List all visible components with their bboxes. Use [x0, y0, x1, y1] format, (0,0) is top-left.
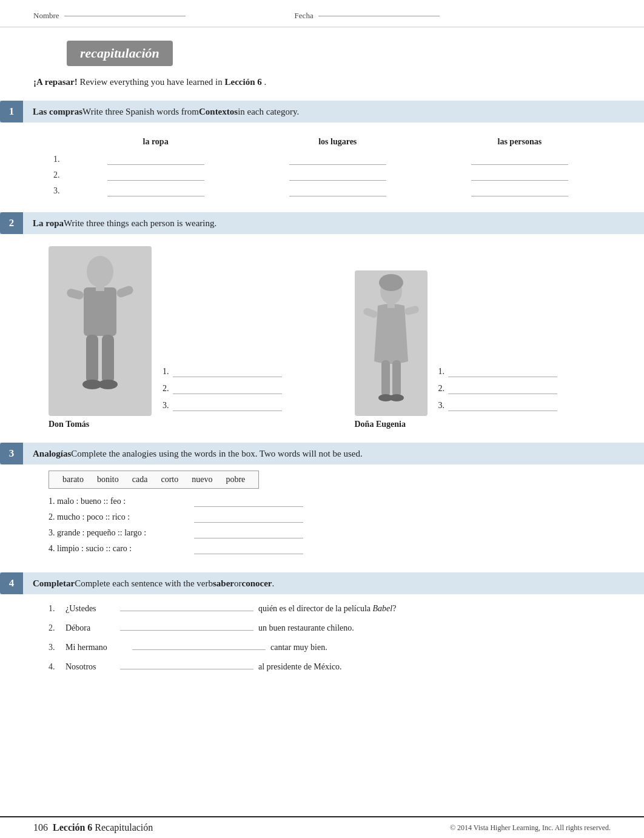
analogy-1: 1. malo : bueno :: feo : — [49, 496, 611, 507]
ex1-lugares-2[interactable] — [289, 170, 386, 181]
completar-row-3: 3. Mi hermano cantar muy bien. — [49, 639, 611, 652]
word-cada: cada — [132, 475, 148, 484]
section-1-body: la ropa los lugares las personas 1. 2. — [0, 122, 644, 205]
section-4-title: Completar Complete each sentence with th… — [23, 572, 644, 594]
dona-eugenia-num-3: 3. — [438, 401, 445, 411]
ex1-lugares-3[interactable] — [289, 186, 386, 196]
completar-rest-1: quién es el director de la película Babe… — [258, 604, 396, 614]
ex1-lugares-1[interactable] — [289, 154, 386, 165]
don-tomas-svg — [49, 246, 152, 416]
footer-left: 106 Lección 6 Recapitulación — [33, 822, 153, 833]
completar-subject-3: Mi hermano — [65, 643, 132, 652]
dona-eugenia-input-3[interactable] — [448, 400, 557, 411]
ex1-ropa-3[interactable] — [107, 186, 204, 196]
footer-course: Lección 6 — [53, 822, 92, 833]
section-3-title-bold: Analogías — [33, 449, 71, 459]
don-tomas-num-3: 3. — [163, 401, 169, 411]
analogy-3: 3. grande : pequeño :: largo : — [49, 528, 611, 538]
don-tomas-input-3[interactable] — [173, 400, 282, 411]
analogy-4-input[interactable] — [194, 543, 303, 554]
section-3-body: barato bonito cada corto nuevo pobre 1. … — [0, 464, 644, 565]
analogy-4: 4. limpio : sucio :: caro : — [49, 543, 611, 554]
ex1-personas-1[interactable] — [471, 154, 568, 165]
analogy-3-input[interactable] — [194, 528, 303, 538]
dona-eugenia-input-2[interactable] — [448, 383, 557, 394]
don-tomas-line-3: 3. — [163, 400, 282, 411]
intro: ¡A repasar! Review everything you have l… — [0, 77, 644, 93]
section-2-title-rest: Write three things each person is wearin… — [64, 218, 216, 229]
analogy-2-label: 2. mucho : poco :: rico : — [49, 512, 194, 522]
section-1: 1 Las compras Write three Spanish words … — [0, 101, 644, 205]
table-row: 1. — [49, 152, 611, 167]
completar-input-3[interactable] — [132, 639, 266, 650]
table-row: 3. — [49, 183, 611, 199]
ex1-ropa-2[interactable] — [107, 170, 204, 181]
section-1-title-bold2: Contextos — [199, 107, 238, 117]
section-4-header: 4 Completar Complete each sentence with … — [0, 572, 644, 594]
word-box: barato bonito cada corto nuevo pobre — [49, 471, 259, 489]
intro-text: Review everything you have learned in — [79, 77, 224, 87]
ex1-personas-2[interactable] — [471, 170, 568, 181]
don-tomas-input-1[interactable] — [173, 366, 282, 377]
section-2-number: 2 — [0, 212, 23, 234]
completar-row-4: 4. Nosotros al presidente de México. — [49, 659, 611, 672]
title-banner: recapitulación — [67, 41, 173, 66]
figure-dona-eugenia: 1. 2. 3. — [355, 270, 558, 429]
ex1-personas-3[interactable] — [471, 186, 568, 196]
word-corto: corto — [161, 475, 178, 484]
nombre-label: Nombre — [33, 11, 59, 21]
footer: 106 Lección 6 Recapitulación © 2014 Vist… — [0, 816, 644, 838]
completar-input-2[interactable] — [120, 620, 253, 631]
section-3-title: Analogías Complete the analogies using t… — [23, 443, 644, 464]
header: Nombre Fecha — [0, 0, 644, 27]
intro-end: . — [264, 77, 266, 87]
svg-point-7 — [98, 380, 118, 389]
title-text: recapitulación — [80, 45, 159, 61]
completar-row-2: 2. Débora un buen restaurante chileno. — [49, 620, 611, 633]
ex1-table: la ropa los lugares las personas 1. 2. — [49, 135, 611, 199]
analogy-4-label: 4. limpio : sucio :: caro : — [49, 544, 194, 554]
completar-num-3: 3. — [49, 643, 65, 652]
completar-num-2: 2. — [49, 623, 65, 633]
footer-right: © 2014 Vista Higher Learning, Inc. All r… — [450, 823, 611, 833]
completar-row-1: 1. ¿Ustedes quién es el director de la p… — [49, 600, 611, 614]
ex1-ropa-1[interactable] — [107, 154, 204, 165]
section-1-number: 1 — [0, 101, 23, 122]
dona-eugenia-line-3: 3. — [438, 400, 558, 411]
dona-eugenia-num-1: 1. — [438, 367, 445, 377]
section-2-header: 2 La ropa Write three things each person… — [0, 212, 644, 234]
section-3-number: 3 — [0, 443, 23, 464]
svg-rect-12 — [403, 305, 419, 316]
section-4-title-bold: Completar — [33, 578, 75, 589]
spacer — [0, 689, 644, 762]
dona-eugenia-num-2: 2. — [438, 384, 445, 394]
nombre-input-line[interactable] — [64, 16, 186, 16]
don-tomas-input-2[interactable] — [173, 383, 282, 394]
section-1-title: Las compras Write three Spanish words fr… — [23, 101, 644, 122]
figures-container: 1. 2. 3. — [49, 246, 611, 429]
section-1-title-end: in each category. — [238, 107, 299, 117]
section-2-title: La ropa Write three things each person i… — [23, 212, 644, 234]
don-tomas-inner: 1. 2. 3. — [49, 246, 282, 416]
completar-input-1[interactable] — [120, 600, 253, 611]
section-2-title-bold: La ropa — [33, 218, 64, 229]
analogy-2-input[interactable] — [194, 512, 303, 523]
footer-section: Recapitulación — [95, 822, 153, 833]
section-1-header: 1 Las compras Write three Spanish words … — [0, 101, 644, 122]
svg-point-0 — [87, 256, 113, 287]
dona-eugenia-input-1[interactable] — [448, 366, 557, 377]
dona-eugenia-lines: 1. 2. 3. — [438, 366, 558, 416]
analogy-3-label: 3. grande : pequeño :: largo : — [49, 528, 194, 538]
dona-eugenia-svg — [355, 270, 428, 416]
completar-rest-4: al presidente de México. — [258, 662, 342, 672]
svg-rect-8 — [96, 284, 104, 291]
analogy-1-input[interactable] — [194, 496, 303, 507]
fecha-input-line[interactable] — [318, 16, 440, 16]
col-las-personas: las personas — [429, 135, 611, 152]
section-1-title-bold: Las compras — [33, 107, 82, 117]
completar-input-4[interactable] — [120, 659, 253, 669]
don-tomas-label: Don Tomás — [49, 420, 89, 429]
section-4-body: 1. ¿Ustedes quién es el director de la p… — [0, 594, 644, 689]
col-los-lugares: los lugares — [247, 135, 429, 152]
intro-bold: Lección 6 — [224, 77, 261, 87]
